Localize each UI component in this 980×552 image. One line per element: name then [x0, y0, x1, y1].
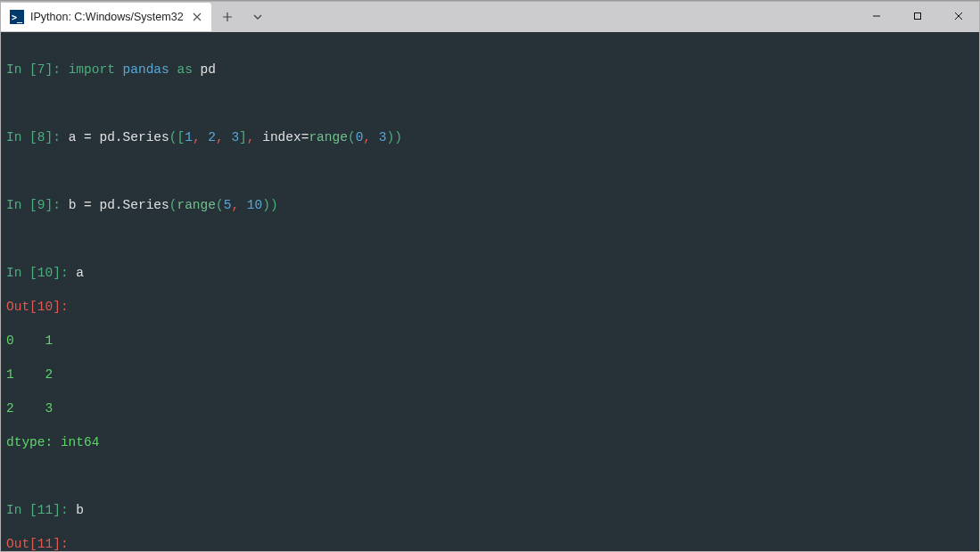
punc: ) — [270, 198, 278, 212]
punc: ( — [216, 198, 224, 212]
app-window: >_ IPython: C:Windows/System32 — [0, 1, 980, 552]
attr: Series — [123, 198, 169, 212]
punc: ( — [348, 130, 356, 144]
maximize-button[interactable] — [897, 2, 938, 30]
comma: , — [193, 130, 201, 144]
out-num: 11 — [37, 537, 53, 551]
op: = — [84, 198, 92, 212]
comma: , — [247, 130, 255, 144]
new-tab-button[interactable] — [212, 2, 243, 32]
op: = — [84, 130, 92, 144]
var: a — [69, 130, 77, 144]
powershell-icon: >_ — [10, 10, 24, 24]
chevron-down-icon — [252, 12, 263, 22]
plus-icon — [222, 12, 233, 22]
tab-active[interactable]: >_ IPython: C:Windows/System32 — [1, 3, 212, 31]
in-line: In [11]: b — [6, 502, 976, 519]
var: pd — [99, 198, 114, 212]
close-window-button[interactable] — [938, 2, 979, 30]
num: 3 — [231, 130, 239, 144]
out-data: 1 2 — [6, 367, 976, 383]
var: b — [69, 198, 77, 212]
close-icon — [193, 12, 202, 21]
out-line: Out[10]: — [6, 299, 976, 316]
in-line: In [8]: a = pd.Series([1, 2, 3], index=r… — [6, 129, 976, 146]
punc: [ — [177, 130, 185, 144]
alias-pd: pd — [201, 62, 216, 77]
blank-line — [6, 163, 976, 180]
minimize-button[interactable] — [856, 2, 897, 30]
punc: ) — [386, 130, 394, 144]
titlebar: >_ IPython: C:Windows/System32 — [1, 2, 979, 32]
op: . — [115, 130, 123, 144]
tab-title: IPython: C:Windows/System32 — [30, 11, 184, 23]
close-tab-button[interactable] — [190, 10, 204, 24]
out-num: 10 — [37, 300, 53, 314]
prompt-in: In [9]: — [6, 198, 69, 212]
close-icon — [954, 12, 963, 21]
kwarg: index — [262, 130, 301, 144]
out-label: Out[ — [6, 537, 37, 551]
blank-line — [6, 231, 976, 248]
var: pd — [99, 130, 114, 144]
out-data: 2 3 — [6, 400, 976, 417]
mod-pandas: pandas — [123, 62, 169, 77]
maximize-icon — [913, 12, 922, 21]
num: 2 — [208, 130, 216, 144]
punc: ) — [394, 130, 402, 144]
comma: , — [231, 198, 239, 212]
out-data: 0 1 — [6, 333, 976, 350]
num: 10 — [247, 198, 262, 212]
prompt-in: In [10]: — [6, 266, 76, 280]
in-line: In [10]: a — [6, 265, 976, 282]
expr: b — [76, 503, 84, 517]
out-tail: ]: — [53, 300, 68, 314]
expr: a — [76, 266, 84, 280]
tabs-dropdown-button[interactable] — [243, 2, 273, 32]
out-tail: ]: — [53, 537, 68, 551]
punc: ) — [262, 198, 270, 212]
comma: , — [216, 130, 224, 144]
in-line: In [7]: import pandas as pd — [6, 62, 976, 78]
prompt-in: In [8]: — [6, 130, 69, 144]
builtin: range — [177, 198, 216, 212]
prompt-in: In [7]: — [6, 62, 69, 77]
kw-as: as — [177, 62, 192, 77]
terminal-output[interactable]: In [7]: import pandas as pd In [8]: a = … — [1, 32, 979, 551]
builtin: range — [309, 130, 348, 144]
in-line: In [9]: b = pd.Series(range(5, 10)) — [6, 197, 976, 214]
out-dtype: dtype: int64 — [6, 434, 976, 451]
prompt-in: In [11]: — [6, 503, 76, 517]
blank-line — [6, 95, 976, 112]
kw-import: import — [69, 62, 115, 77]
svg-rect-0 — [915, 13, 921, 20]
minimize-icon — [872, 12, 881, 21]
op: . — [115, 198, 123, 212]
num: 1 — [185, 130, 193, 144]
out-line: Out[11]: — [6, 536, 976, 551]
window-controls — [856, 2, 979, 32]
punc: ] — [239, 130, 247, 144]
attr: Series — [123, 130, 169, 144]
comma: , — [363, 130, 371, 144]
blank-line — [6, 468, 976, 485]
out-label: Out[ — [6, 300, 37, 314]
